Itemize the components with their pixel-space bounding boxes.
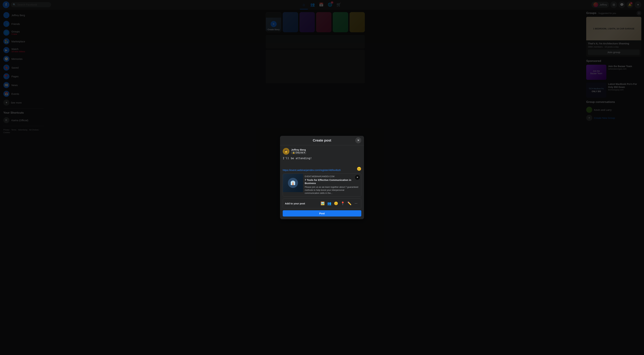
pencil-button[interactable]: ✏️ [346, 200, 352, 206]
modal-close-button[interactable]: ✕ [355, 137, 361, 143]
modal-title: Create post [313, 139, 331, 142]
link-preview-close-button[interactable]: ✕ [355, 175, 360, 180]
location-button[interactable]: 📍 [340, 200, 346, 206]
modal-header: Create post ✕ [280, 136, 364, 145]
link-preview-card: 👔 EVENT.WEBINARJAMDEV.COM 7 Tools for Ef… [283, 173, 361, 197]
tag-people-button[interactable]: 👥 [326, 200, 332, 206]
post-link[interactable]: https://event.webinarjamdev.com/register… [283, 169, 361, 171]
link-preview-title: 7 Tools for Effective Communication in B… [305, 178, 360, 185]
post-text-area[interactable]: I'll be attending! [283, 157, 361, 167]
more-options-button[interactable]: ··· [353, 200, 359, 206]
post-author-row: 🧑 Jeffrey Berg 🔒 Only me ▾ [283, 148, 361, 155]
link-preview-image: 👔 [283, 174, 303, 192]
add-to-post-bar: Add to your post 🖼️ 👥 😊 📍 ✏️ ··· [283, 198, 361, 208]
link-preview-description: Please join us as we learn together abou… [305, 186, 360, 195]
modal-body: 🧑 Jeffrey Berg 🔒 Only me ▾ I'll be atten… [280, 145, 364, 219]
link-preview-content: EVENT.WEBINARJAMDEV.COM 7 Tools for Effe… [303, 174, 361, 196]
create-post-modal: Create post ✕ 🧑 Jeffrey Berg 🔒 Only me ▾… [280, 136, 364, 219]
feeling-button[interactable]: 😊 [333, 200, 339, 206]
post-submit-button[interactable]: Post [283, 210, 361, 216]
modal-overlay[interactable]: Create post ✕ 🧑 Jeffrey Berg 🔒 Only me ▾… [0, 0, 644, 355]
post-author-info: Jeffrey Berg 🔒 Only me ▾ [291, 148, 306, 154]
add-photo-button[interactable]: 🖼️ [320, 200, 326, 206]
privacy-badge[interactable]: 🔒 Only me ▾ [291, 151, 306, 154]
add-to-post-icons: 🖼️ 👥 😊 📍 ✏️ ··· [320, 200, 359, 206]
link-source: EVENT.WEBINARJAMDEV.COM [305, 175, 360, 178]
privacy-label: Only me [296, 151, 303, 154]
add-to-post-label: Add to your post [285, 202, 305, 205]
post-author-name: Jeffrey Berg [291, 148, 306, 151]
chevron-down-icon: ▾ [304, 151, 305, 154]
lock-icon: 🔒 [292, 151, 295, 154]
emoji-button[interactable]: 😊 [357, 167, 361, 171]
post-author-avatar: 🧑 [283, 148, 290, 155]
